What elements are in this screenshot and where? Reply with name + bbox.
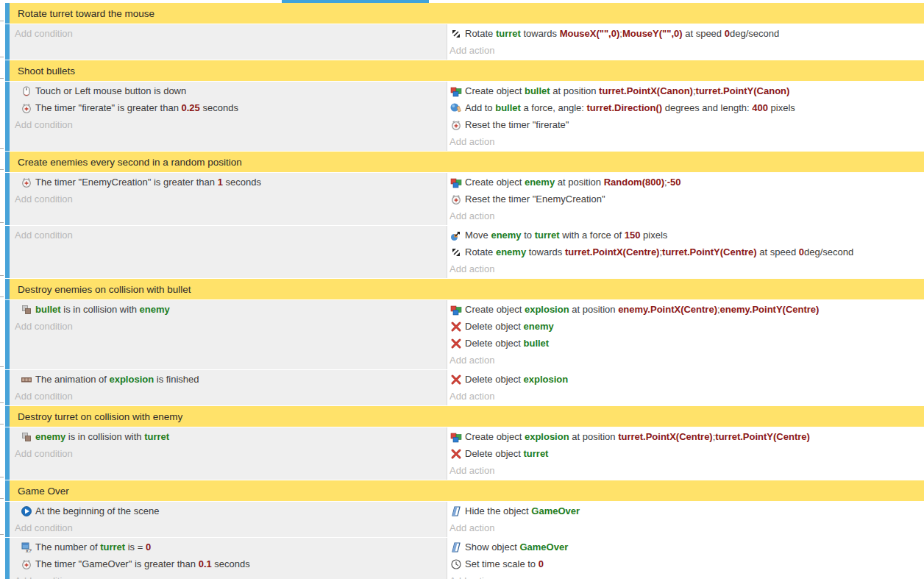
action[interactable]: Move enemy to turret with a force of 150… [447, 227, 924, 244]
add-action-button[interactable]: Add action [447, 462, 924, 479]
object-name: explosion [524, 374, 569, 385]
action[interactable]: Rotate turret towards MouseX("",0);Mouse… [447, 25, 924, 42]
text-segment: The number of [35, 541, 100, 553]
count-icon: x? [21, 541, 32, 553]
create-icon [450, 304, 462, 316]
parameter-value: turret.PointX(Canon) [599, 85, 693, 96]
add-condition-button[interactable]: Add condition [10, 227, 447, 244]
condition[interactable]: Touch or Left mouse button is down [10, 82, 447, 99]
add-action-button[interactable]: Add action [447, 352, 924, 369]
actions-cell: Hide the object GameOverAdd action [447, 502, 924, 537]
text-segment: at speed [757, 246, 799, 257]
parameter-value: turret.Direction() [587, 102, 663, 113]
action[interactable]: Reset the timer "firerate" [447, 116, 924, 133]
object-name: turret [535, 230, 560, 241]
parameter-value: MouseY("",0) [622, 28, 683, 39]
text-segment: is in collision with [61, 304, 140, 315]
add-action-button[interactable]: Add action [447, 572, 924, 579]
object-name: turret [144, 431, 169, 442]
parameter-value: 400 [752, 102, 768, 113]
actions-cell: Move enemy to turret with a force of 150… [447, 226, 924, 278]
add-action-button[interactable]: Add action [447, 519, 924, 536]
text-segment: is in collision with [65, 431, 144, 442]
parameter-value: 1 [218, 177, 223, 188]
group-header[interactable]: Create enemies every second in a random … [5, 152, 924, 172]
action[interactable]: Hide the object GameOver [447, 502, 924, 519]
text-segment: Touch or Left mouse button is down [35, 85, 186, 96]
action[interactable]: Create object bullet at position turret.… [447, 82, 924, 99]
text-segment: Reset the timer "EnemyCreation" [465, 193, 605, 205]
create-icon [450, 85, 462, 97]
collision-icon [21, 304, 32, 316]
parameter-value: turret.PointY(Centre) [715, 431, 810, 442]
text-segment: seconds [200, 102, 238, 113]
action[interactable]: Create object explosion at position turr… [447, 428, 924, 445]
text-segment: seconds [212, 558, 250, 569]
action[interactable]: Reset the timer "EnemyCreation" [447, 191, 924, 207]
conditions-cell: The animation of explosion is finishedAd… [10, 370, 447, 405]
add-action-button[interactable]: Add action [447, 388, 924, 405]
condition[interactable]: enemy is in collision with turret [10, 428, 447, 445]
condition[interactable]: bullet is in collision with enemy [10, 301, 447, 318]
text-segment: Show object [465, 541, 519, 553]
condition[interactable]: The timer "firerate" is greater than 0.2… [10, 99, 447, 116]
action[interactable]: Delete object explosion [447, 371, 924, 388]
conditions-cell: bullet is in collision with enemyAdd con… [10, 300, 447, 369]
add-condition-button[interactable]: Add condition [10, 519, 447, 536]
condition[interactable]: The timer "GameOver" is greater than 0.1… [10, 555, 447, 572]
add-condition-button[interactable]: Add condition [10, 318, 447, 335]
delete-icon [450, 321, 462, 333]
action[interactable]: Show object GameOver [447, 539, 924, 555]
group-header[interactable]: Destroy turret on collision with enemy [5, 406, 924, 427]
actions-cell: Create object enemy at position Random(8… [447, 173, 924, 225]
object-name: GameOver [531, 505, 580, 516]
condition[interactable]: The animation of explosion is finished [10, 371, 447, 388]
text-segment: towards [526, 246, 565, 257]
add-condition-button[interactable]: Add condition [10, 445, 447, 462]
text-segment: Move [465, 230, 491, 241]
text-segment: is = [125, 541, 146, 553]
action[interactable]: Create object enemy at position Random(8… [447, 174, 924, 191]
parameter-value: 0 [799, 246, 804, 257]
action[interactable]: Delete object enemy [447, 318, 924, 335]
add-action-button[interactable]: Add action [447, 42, 924, 59]
add-condition-button[interactable]: Add condition [10, 191, 447, 207]
action[interactable]: Add to bullet a force, angle: turret.Dir… [447, 99, 924, 116]
text-segment: The animation of [35, 374, 109, 385]
parameter-value: 0.25 [182, 102, 200, 113]
add-condition-button[interactable]: Add condition [10, 25, 447, 42]
text-segment: Reset the timer "firerate" [465, 119, 569, 130]
parameter-value: 0.1 [199, 558, 212, 569]
add-action-button[interactable]: Add action [447, 207, 924, 224]
delete-icon [450, 338, 462, 349]
timer-icon [450, 193, 462, 205]
action[interactable]: Rotate enemy towards turret.PointX(Centr… [447, 244, 924, 260]
add-action-button[interactable]: Add action [447, 260, 924, 277]
group-header[interactable]: Destroy enemies on collision with bullet [5, 279, 924, 299]
condition[interactable]: At the beginning of the scene [10, 502, 447, 519]
group-header-label: Rotate turret toward the mouse [18, 8, 154, 19]
action[interactable]: Create object explosion at position enem… [447, 301, 924, 318]
animation-icon [21, 374, 32, 386]
group-header[interactable]: Game Over [5, 480, 924, 501]
event-row: At the beginning of the sceneAdd conditi… [5, 502, 924, 537]
event-sheet: Rotate turret toward the mouseAdd condit… [0, 3, 924, 579]
action[interactable]: Set time scale to 0 [447, 555, 924, 572]
add-action-button[interactable]: Add action [447, 133, 924, 150]
parameter-value: turret.PointY(Canon) [696, 85, 790, 96]
conditions-cell: At the beginning of the sceneAdd conditi… [10, 502, 447, 537]
object-name: turret [496, 28, 521, 39]
add-condition-button[interactable]: Add condition [10, 388, 447, 405]
text-segment: at speed [683, 28, 725, 39]
add-condition-button[interactable]: Add condition [10, 116, 447, 133]
event-row: bullet is in collision with enemyAdd con… [5, 300, 924, 369]
action[interactable]: Delete object bullet [447, 335, 924, 352]
add-condition-button[interactable]: Add condition [10, 572, 447, 579]
condition[interactable]: x?The number of turret is = 0 [10, 539, 447, 555]
group-header[interactable]: Rotate turret toward the mouse [5, 3, 924, 24]
condition[interactable]: The timer "EnemyCreation" is greater tha… [10, 174, 447, 191]
action[interactable]: Delete object turret [447, 445, 924, 462]
text-segment: Delete object [465, 321, 524, 332]
group-header[interactable]: Shoot bullets [5, 60, 924, 81]
actions-cell: Create object explosion at position enem… [447, 300, 924, 369]
